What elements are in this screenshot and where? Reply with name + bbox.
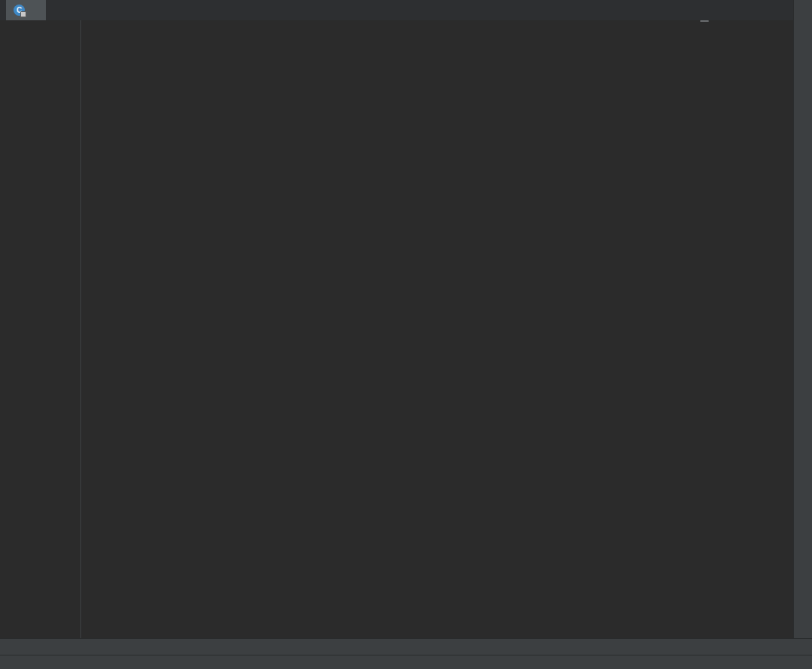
ide-window: C (0, 0, 812, 669)
tool-window-bar (0, 638, 812, 655)
code-minimap[interactable] (713, 21, 783, 635)
code-editor[interactable] (0, 20, 793, 638)
readonly-lock-icon (20, 11, 26, 17)
java-class-icon: C (14, 5, 25, 16)
editor-tab-bar: C (0, 0, 793, 21)
right-tool-stripe (793, 0, 812, 638)
status-bar (0, 655, 812, 669)
tab-printstream-java[interactable]: C (6, 0, 46, 20)
fold-gutter-line (80, 20, 81, 638)
scrollbar-thumb[interactable] (700, 20, 709, 22)
